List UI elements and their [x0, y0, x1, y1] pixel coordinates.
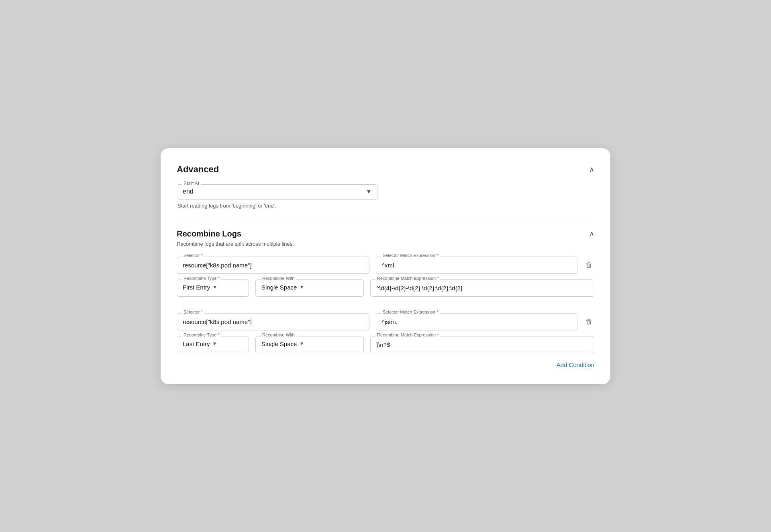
condition-1-recombine-type-field[interactable]: Recombine Type * First Entry ▼	[177, 279, 249, 297]
main-card: Advanced ∧ Start At end ▼ Start reading …	[161, 148, 610, 384]
condition-1-recombine-match-field[interactable]: Recombine Match Expression * ^\d{4}-\d{2…	[370, 279, 594, 297]
condition-2-selector-value: resource["k8s.pod.name"]	[183, 318, 252, 325]
condition-1-selector-field[interactable]: Selector * resource["k8s.pod.name"]	[177, 257, 369, 274]
start-at-group: Start At end ▼ Start reading logs from '…	[177, 184, 594, 209]
condition-2-recombine-type-label: Recombine Type *	[182, 332, 221, 337]
condition-1-recombine-match-value: ^\d{4}-\d{2}-\d{2} \d{2}:\d{2}:\d{2}	[376, 285, 463, 291]
advanced-collapse-icon[interactable]: ∧	[589, 165, 594, 174]
recombine-title: Recombine Logs	[177, 229, 241, 238]
condition-2-selector-field[interactable]: Selector * resource["k8s.pod.name"]	[177, 313, 369, 330]
condition-2-bottom-row: Recombine Type * Last Entry ▼ Recombine …	[177, 336, 594, 353]
add-condition-row: Add Condition	[177, 361, 594, 368]
condition-2-selector-match-label: Selector Match Expression *	[381, 310, 440, 314]
condition-2-delete-button[interactable]: 🗑	[584, 313, 594, 330]
condition-separator	[177, 305, 594, 305]
condition-2-selector-match-field[interactable]: Selector Match Expression * ^json.	[376, 313, 577, 330]
condition-1-recombine-type-label: Recombine Type *	[182, 276, 221, 281]
recombine-section-header: Recombine Logs ∧	[177, 229, 594, 238]
condition-2-selector-match-value: ^json.	[382, 318, 398, 325]
advanced-title: Advanced	[177, 164, 219, 175]
start-at-field[interactable]: Start At end ▼	[177, 184, 377, 200]
condition-2-recombine-with-label: Recombine With	[261, 332, 296, 337]
condition-2-recombine-type-value: Last Entry	[183, 340, 210, 347]
start-at-value: end	[183, 188, 366, 195]
condition-1-recombine-with-value: Single Space	[261, 284, 297, 291]
recombine-description: Recombine logs that are split across mul…	[177, 241, 594, 247]
condition-1-delete-button[interactable]: 🗑	[584, 257, 594, 274]
condition-1-selector-label: Selector *	[182, 253, 204, 258]
condition-1-top-row: Selector * resource["k8s.pod.name"] Sele…	[177, 257, 594, 274]
recombine-collapse-icon[interactable]: ∧	[589, 229, 594, 238]
start-at-label: Start At	[182, 181, 201, 186]
condition-1-recombine-type-row: First Entry ▼	[183, 284, 243, 291]
condition-1-recombine-with-row: Single Space ▼	[261, 284, 358, 291]
condition-2-recombine-with-arrow: ▼	[299, 341, 304, 347]
condition-2-recombine-with-row: Single Space ▼	[261, 340, 358, 347]
condition-2-recombine-match-field[interactable]: Recombine Match Expression * }\n?$	[370, 336, 594, 353]
advanced-section-header: Advanced ∧	[177, 164, 594, 175]
condition-2-recombine-match-value: }\n?$	[376, 341, 390, 348]
section-divider	[177, 221, 594, 221]
condition-1-selector-match-field[interactable]: Selector Match Expression * ^xml.	[376, 257, 577, 274]
condition-1-recombine-with-arrow: ▼	[299, 284, 304, 290]
condition-1-bottom-row: Recombine Type * First Entry ▼ Recombine…	[177, 279, 594, 297]
start-at-hint: Start reading logs from 'beginning' or '…	[177, 203, 594, 209]
condition-block-1: Selector * resource["k8s.pod.name"] Sele…	[177, 257, 594, 297]
condition-2-recombine-with-value: Single Space	[261, 340, 297, 347]
start-at-dropdown-arrow: ▼	[366, 188, 371, 195]
condition-block-2: Selector * resource["k8s.pod.name"] Sele…	[177, 313, 594, 353]
condition-1-recombine-match-label: Recombine Match Expression *	[375, 276, 440, 281]
condition-2-recombine-with-field[interactable]: Recombine With Single Space ▼	[255, 336, 364, 353]
condition-2-recombine-type-field[interactable]: Recombine Type * Last Entry ▼	[177, 336, 249, 353]
condition-2-recombine-type-row: Last Entry ▼	[183, 340, 243, 347]
condition-1-selector-match-value: ^xml.	[382, 262, 396, 269]
condition-1-recombine-type-arrow: ▼	[212, 284, 217, 290]
condition-2-selector-label: Selector *	[182, 310, 204, 314]
condition-1-selector-value: resource["k8s.pod.name"]	[183, 262, 252, 269]
condition-2-recombine-type-arrow: ▼	[212, 341, 217, 347]
start-at-select-row: end ▼	[183, 188, 371, 195]
condition-1-recombine-with-label: Recombine With	[261, 276, 296, 281]
condition-1-selector-match-label: Selector Match Expression *	[381, 253, 440, 258]
condition-2-top-row: Selector * resource["k8s.pod.name"] Sele…	[177, 313, 594, 330]
add-condition-button[interactable]: Add Condition	[557, 361, 594, 368]
condition-1-recombine-type-value: First Entry	[183, 284, 210, 291]
condition-1-recombine-with-field[interactable]: Recombine With Single Space ▼	[255, 279, 364, 297]
condition-2-recombine-match-label: Recombine Match Expression *	[375, 332, 440, 337]
